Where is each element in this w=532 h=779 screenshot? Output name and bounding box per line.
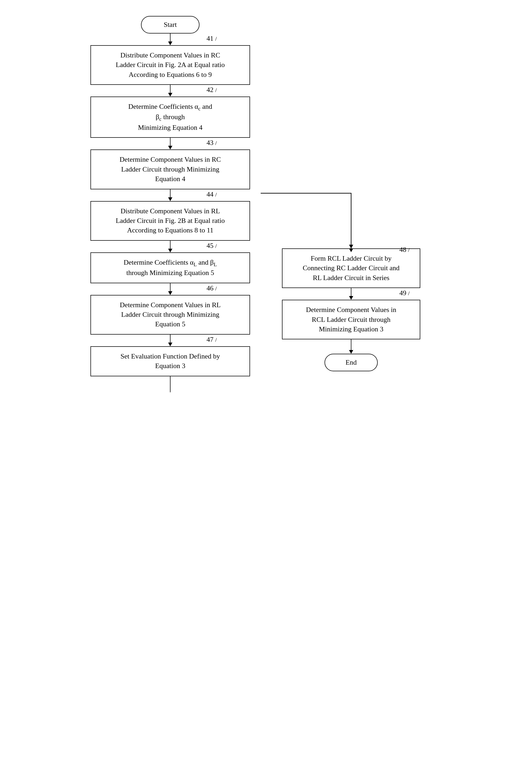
step-43-label: 43 /	[206, 139, 217, 147]
step-44-label: 44 /	[206, 190, 217, 198]
start-label: Start	[164, 21, 177, 28]
step-45-label: 45 /	[206, 242, 217, 250]
step-41-box: Distribute Component Values in RCLadder …	[91, 45, 250, 85]
step-47-label: 47 /	[206, 336, 217, 344]
step-49-label: 49 /	[399, 289, 410, 297]
step-49-box: Determine Component Values inRCL Ladder …	[282, 300, 420, 339]
flowchart-diagram: Start 41 / Distribute Component Values i…	[80, 16, 452, 392]
step-46-box: Determine Component Values in RLLadder C…	[91, 295, 250, 335]
step-47-text: Set Evaluation Function Defined byEquati…	[120, 352, 220, 370]
step-45-box: Determine Coefficients αL and βLthrough …	[91, 252, 250, 283]
step-42-box: Determine Coefficients αc andβc throughM…	[91, 97, 250, 138]
step-42-text: Determine Coefficients αc andβc throughM…	[128, 103, 212, 131]
end-node: End	[324, 354, 378, 371]
step-48-text: Form RCL Ladder Circuit byConnecting RC …	[303, 254, 400, 282]
step-46-text: Determine Component Values in RLLadder C…	[120, 301, 221, 328]
left-column: Start 41 / Distribute Component Values i…	[80, 16, 261, 392]
step-48-label: 48 /	[399, 246, 410, 254]
step-44-box: Distribute Component Values in RLLadder …	[91, 201, 250, 241]
step-46-label: 46 /	[206, 284, 217, 292]
step-48-box: Form RCL Ladder Circuit byConnecting RC …	[282, 248, 420, 288]
step-42-label: 42 /	[206, 86, 217, 94]
step-43-box: Determine Component Values in RCLadder C…	[91, 149, 250, 189]
step-47-box: Set Evaluation Function Defined byEquati…	[91, 346, 250, 376]
end-label: End	[346, 359, 357, 366]
step-41-text: Distribute Component Values in RCLadder …	[116, 51, 225, 78]
step-43-text: Determine Component Values in RCLadder C…	[120, 156, 221, 183]
start-node: Start	[141, 16, 199, 34]
step-44-text: Distribute Component Values in RLLadder …	[116, 207, 225, 234]
step-49-text: Determine Component Values inRCL Ladder …	[306, 306, 396, 333]
step-45-text: Determine Coefficients αL and βLthrough …	[124, 258, 217, 277]
right-column: 48 / Form RCL Ladder Circuit byConnectin…	[277, 245, 426, 371]
step-41-label: 41 /	[206, 35, 217, 43]
